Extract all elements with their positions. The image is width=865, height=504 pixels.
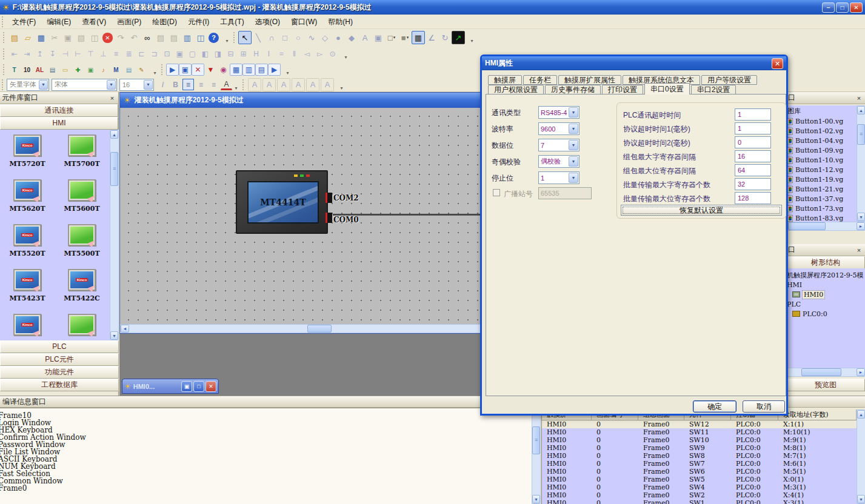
compile-line[interactable]: Confirm Action Window [0,434,532,441]
dialog-tab[interactable]: 串口2设置 [691,85,736,94]
scroll-down-icon[interactable]: ▼ [110,331,118,340]
flip-horizontal-icon[interactable]: ◅ [301,48,313,60]
delete-icon[interactable]: ✕ [102,33,113,43]
graphics-file-item[interactable]: Button1-02.vg [786,126,865,136]
plc-timeout-input[interactable]: 1 [735,108,771,121]
tree-root[interactable]: 图库 [786,105,865,116]
group-icon[interactable]: ⊟ [224,48,237,60]
line-tool-icon[interactable]: ╲ [252,31,265,44]
center-screen-icon[interactable]: ‖ [288,48,301,60]
comm-type-select[interactable]: RS485-4 ▼ [538,106,579,119]
compile-line[interactable]: Fast Selection [0,470,532,477]
scroll-thumb[interactable] [532,426,540,454]
connection-cable[interactable] [333,214,482,216]
table-row[interactable]: HMI0 0 Frame0 SW5 PLC0:0 X:0(1) [542,476,857,483]
compile-line[interactable]: Password Window [0,441,532,448]
com2-port-icon[interactable] [326,193,332,203]
lock-icon[interactable]: ⊙ [326,48,339,60]
send-to-back-icon[interactable]: ▢ [186,48,199,60]
menu-item[interactable]: 画面(P) [112,15,147,28]
graphics-file-item[interactable]: Button1-09.vg [786,145,865,155]
device-item[interactable]: Kinco MT5620T [0,177,55,222]
equal-font-icon[interactable]: A [306,78,319,91]
graphics-file-item[interactable]: Button1-21.vg [786,184,865,194]
align-center-v-icon[interactable]: ≣ [122,48,135,60]
macro-icon[interactable]: M [110,64,122,76]
toolbar-overflow-icon[interactable]: ▾ [233,79,239,91]
new-project-icon[interactable]: ▤ [8,31,21,44]
dialog-titlebar[interactable]: HMI属性 ✕ [482,56,786,70]
table-row[interactable]: HMI0 0 Frame0 SW2 PLC0:0 X:4(1) [542,491,857,499]
chevron-down-icon[interactable]: ▼ [144,80,153,90]
polygon-tool-icon[interactable]: ◇ [318,31,332,44]
dialog-tab[interactable]: 串口0设置 [644,83,690,94]
graphics-file-item[interactable]: Button1-19.vg [786,174,865,184]
text-library-icon[interactable]: T [8,64,21,76]
component-library-header[interactable]: 元件库窗口 × [0,92,118,104]
fit-height-icon[interactable]: A [277,78,290,91]
broadcast-input[interactable]: 65535 [538,187,592,199]
scroll-up-icon[interactable]: ▲ [110,130,118,139]
library-section-bar[interactable]: 工程数据库 [0,379,119,391]
tree-node[interactable]: HMI [786,280,865,290]
max-bit-interval-input[interactable]: 64 [735,164,771,176]
close-icon[interactable]: ✕ [205,381,216,392]
border-color-icon[interactable]: □ [385,31,398,44]
restore-icon[interactable]: ▣ [181,381,192,392]
gallery-vertical-scrollbar[interactable]: ▲ ▼ [857,105,865,222]
align-left-icon[interactable]: ⊣ [59,48,72,60]
compile-line[interactable]: Frame0 [0,485,532,492]
flip-vertical-icon[interactable]: ▻ [313,48,326,60]
save-icon[interactable]: ▦ [35,31,48,44]
library-vertical-scrollbar[interactable]: ▲ ▼ [110,130,119,340]
align-right-icon[interactable]: ⊢ [72,48,84,60]
tree-node[interactable]: HMI0 [786,290,865,299]
close-icon[interactable]: × [108,94,116,102]
font-name-select[interactable]: 宋体 ▼ [52,79,117,91]
scroll-right-icon[interactable]: ► [857,222,865,230]
align-right-icon[interactable]: ≡ [208,79,219,90]
device-item[interactable]: Kinco MT5600T [55,177,109,222]
nudge-left-icon[interactable]: ⇤ [8,48,21,60]
stop-bits-select[interactable]: 1 ▼ [538,171,579,184]
graphics-file-item[interactable]: Button1-12.vg [786,165,865,174]
device-item[interactable]: Kinco MT5500T [55,222,109,267]
document-icon[interactable]: ▤ [122,64,135,76]
table-row[interactable]: HMI0 0 Frame0 SW11 PLC0:0 M:10(1) [542,428,857,436]
table-row[interactable]: HMI0 0 Frame0 SW6 PLC0:0 M:5(1) [542,468,857,476]
align-left-icon[interactable]: ≡ [182,79,194,90]
toolbar-overflow-icon[interactable]: ▾ [338,79,345,91]
text-tool-icon[interactable]: A [358,31,372,44]
find-icon[interactable]: ∞ [141,31,154,44]
parity-select[interactable]: 偶校验 ▼ [538,155,579,168]
scroll-down-icon[interactable]: ▼ [532,495,540,503]
dialog-tab[interactable]: 触摸屏扩展属性 [558,75,621,85]
space-equal-v-icon[interactable]: I [262,48,275,60]
minimized-frame-window[interactable]: ☀ HMI0... ▣ □ ✕ [122,379,219,394]
graphics-file-item[interactable]: Button1-73.vg [786,204,865,213]
pointer-tool-icon[interactable]: ↖ [238,31,252,44]
sound-library-icon[interactable]: ♪ [97,64,110,76]
library-section-bar[interactable]: 功能元件 [0,366,119,379]
compile-vertical-scrollbar[interactable]: ▼ [532,408,541,504]
tree-node[interactable]: PLC [786,299,865,309]
dialog-tab[interactable]: 用户等级设置 [701,75,757,85]
maximize-icon[interactable]: □ [193,381,204,392]
bring-forward-icon[interactable]: ◧ [199,48,212,60]
select-windows-icon[interactable]: ◫ [194,31,207,44]
clone-icon[interactable]: ◫ [88,31,101,44]
gallery-horizontal-scrollbar[interactable]: ► [786,222,865,231]
toolbar-overflow-icon[interactable]: ▾ [284,64,291,76]
device-item[interactable]: Kinco MT5423T [0,267,55,311]
database-icon[interactable]: ▭ [59,64,72,76]
com0-port-icon[interactable] [326,213,332,223]
graphics-file-item[interactable]: Button1-00.vg [786,116,865,126]
compile-line[interactable]: File List Window [0,448,532,456]
scroll-down-icon[interactable]: ▼ [857,495,865,503]
tree-node[interactable]: 机触摸屏程序2012-9-5模 [786,270,865,280]
close-icon[interactable]: × [855,246,863,254]
polyline-tool-icon[interactable]: ∿ [305,31,318,44]
device-item[interactable]: Kinco MT5422C [55,267,109,311]
table-row[interactable]: HMI0 0 Frame0 SW1 PLC0:0 X:3(1) [542,499,857,504]
graphics-library-header[interactable]: 口 × [786,92,865,104]
